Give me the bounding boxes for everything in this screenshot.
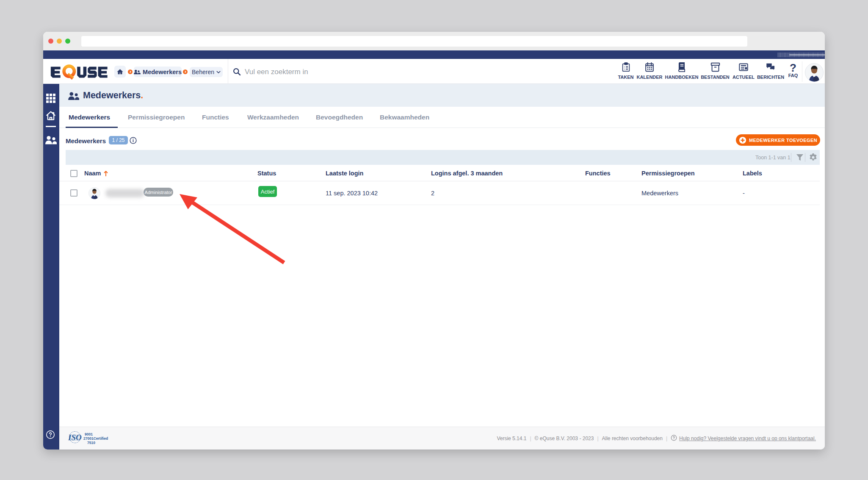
svg-text:9001: 9001 (85, 432, 93, 436)
svg-text:27001Certified: 27001Certified (83, 436, 108, 441)
svg-text:7510: 7510 (87, 441, 95, 444)
svg-text:ISO: ISO (68, 433, 82, 442)
